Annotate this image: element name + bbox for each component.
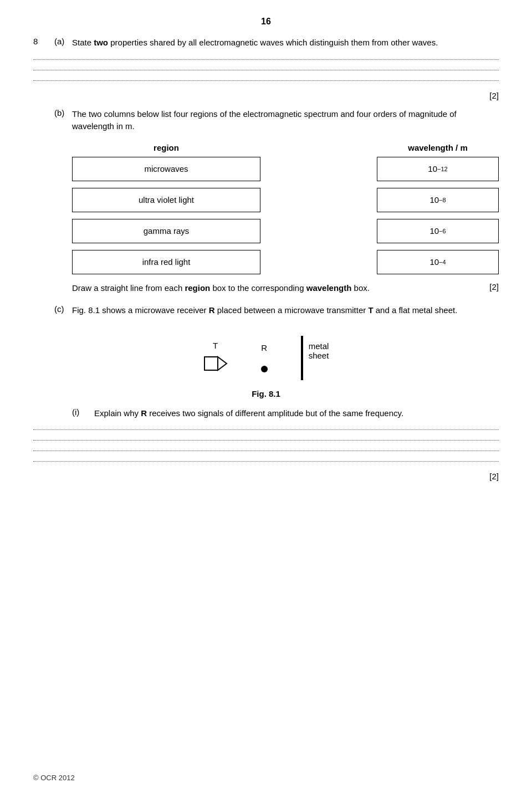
bold-two: two <box>94 38 108 47</box>
wavelength-1e-4: 10−4 <box>377 250 499 274</box>
page-number: 16 <box>33 17 499 27</box>
part-a-text: State two properties shared by all elect… <box>72 37 499 49</box>
answer-line-i-1 <box>33 429 499 430</box>
receiver-label: R <box>261 343 267 352</box>
transmitter-label: T <box>213 341 218 350</box>
part-a-label: (a) <box>54 37 72 46</box>
em-spectrum-table: region wavelength / m microwaves ultra v… <box>72 143 499 274</box>
answer-line-2 <box>33 70 499 70</box>
receiver-item: R <box>261 343 268 372</box>
question-8a: 8 (a) State two properties shared by all… <box>33 37 499 49</box>
metal-sheet-line <box>301 336 303 380</box>
sub-i-text: Explain why R receives two signals of di… <box>94 407 499 420</box>
transmitter-item: T <box>203 341 228 375</box>
region-microwaves: microwaves <box>72 157 260 181</box>
question-8b-row: (b) The two columns below list four regi… <box>33 108 499 133</box>
bold-T-c: T <box>368 305 373 315</box>
fig-8-1-section: T R <box>33 326 499 398</box>
question-label-8: 8 <box>33 37 54 46</box>
part-b-text: The two columns below list four regions … <box>72 108 499 133</box>
transmitter-svg <box>203 354 228 374</box>
part-b-label: (b) <box>54 108 72 117</box>
marks-c-i: [2] <box>33 472 499 481</box>
answer-line-3 <box>33 80 499 81</box>
answer-line-i-4 <box>33 461 499 462</box>
svg-rect-0 <box>204 357 218 370</box>
region-column: microwaves ultra violet light gamma rays… <box>72 157 260 274</box>
bold-R-c: R <box>209 305 215 315</box>
svg-marker-1 <box>218 357 227 370</box>
draw-instruction: Draw a straight line from each region bo… <box>72 282 499 295</box>
question-8c-i-row: (i) Explain why R receives two signals o… <box>72 407 499 420</box>
answer-line-1 <box>33 59 499 60</box>
question-8c-row: (c) Fig. 8.1 shows a microwave receiver … <box>33 304 499 317</box>
col-header-region: region <box>72 143 260 152</box>
draw-instruction-text: Draw a straight line from each region bo… <box>72 282 471 295</box>
bold-R-i: R <box>141 408 147 418</box>
metal-label-line2: sheet <box>309 351 329 360</box>
fig-caption: Fig. 8.1 <box>252 389 280 398</box>
receiver-dot <box>261 366 268 372</box>
table-headers: region wavelength / m <box>72 143 499 152</box>
question-8: 8 (a) State two properties shared by all… <box>33 37 499 481</box>
part-a-answer-lines: [2] <box>33 59 499 100</box>
part-c-text: Fig. 8.1 shows a microwave receiver R pl… <box>72 304 499 317</box>
bold-wavelength: wavelength <box>306 283 352 293</box>
footer: © OCR 2012 <box>33 774 75 782</box>
sub-i-answer-lines: [2] <box>33 429 499 481</box>
wavelength-column: 10−12 10−8 10−6 10−4 <box>377 157 499 274</box>
region-ultraviolet: ultra violet light <box>72 188 260 212</box>
sub-i-label: (i) <box>72 407 94 417</box>
part-c-label: (c) <box>54 304 72 314</box>
marks-a: [2] <box>33 91 499 100</box>
bold-region: region <box>185 283 210 293</box>
wavelength-1e-12: 10−12 <box>377 157 499 181</box>
metal-sheet-label: metal sheet <box>309 341 329 360</box>
fig-8-1-diagram: T R <box>33 336 499 380</box>
metal-sheet-item: metal sheet <box>301 336 329 380</box>
transmitter-icon <box>203 354 228 375</box>
region-infrared: infra red light <box>72 250 260 274</box>
answer-line-i-3 <box>33 451 499 451</box>
marks-b: [2] <box>471 282 499 291</box>
wavelength-1e-6: 10−6 <box>377 219 499 243</box>
col-header-wavelength: wavelength / m <box>377 143 499 152</box>
region-gamma: gamma rays <box>72 219 260 243</box>
answer-line-i-2 <box>33 440 499 441</box>
metal-label-line1: metal <box>309 341 329 351</box>
wavelength-1e-8: 10−8 <box>377 188 499 212</box>
table-body: microwaves ultra violet light gamma rays… <box>72 157 499 274</box>
